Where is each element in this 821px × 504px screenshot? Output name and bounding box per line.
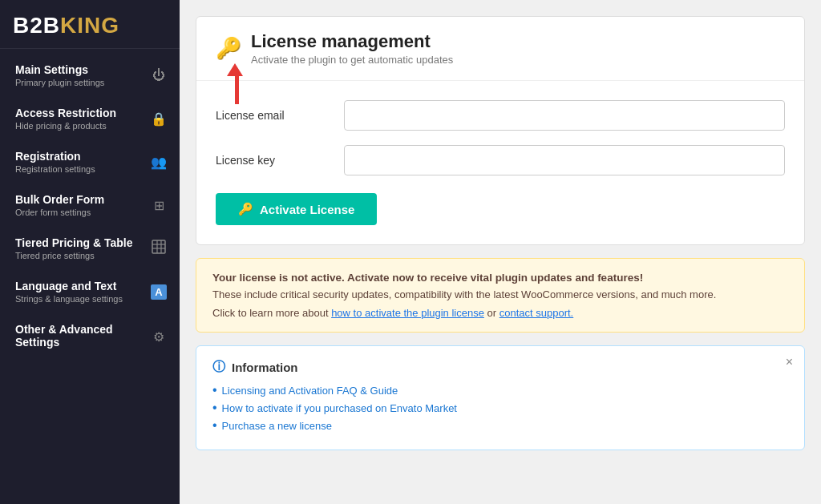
text-icon: A bbox=[151, 284, 167, 300]
sidebar-item-other-title: Other & Advanced Settings bbox=[15, 323, 151, 349]
sidebar-item-other-advanced[interactable]: Other & Advanced Settings ⚙ bbox=[0, 313, 180, 360]
envato-link[interactable]: How to activate if you purchased on Enva… bbox=[222, 402, 457, 414]
sidebar-item-language[interactable]: Language and Text Strings & language set… bbox=[0, 270, 180, 313]
warning-link-prefix: Click to learn more about bbox=[212, 307, 329, 319]
license-key-label: License key bbox=[216, 154, 344, 167]
lock-icon: 🔒 bbox=[151, 111, 167, 127]
license-key-group: License key bbox=[216, 145, 785, 175]
logo-b2b: B2B bbox=[13, 13, 60, 38]
license-key-input[interactable] bbox=[344, 145, 785, 175]
info-box-close-button[interactable]: × bbox=[786, 356, 793, 369]
sidebar-nav: Main Settings Primary plugin settings ⏻ … bbox=[0, 49, 180, 504]
sidebar-item-main-settings-title: Main Settings bbox=[15, 63, 151, 76]
sidebar: B2BKING Main Settings Primary plugin set… bbox=[0, 0, 180, 504]
sidebar-item-tiered-title: Tiered Pricing & Table bbox=[15, 236, 151, 249]
sidebar-item-registration-title: Registration bbox=[15, 150, 151, 163]
warning-links: Click to learn more about how to activat… bbox=[212, 307, 788, 319]
sidebar-item-language-sub: Strings & language settings bbox=[15, 294, 151, 304]
card-body: License email License key 🔑 Activate Lic… bbox=[196, 81, 804, 244]
activate-license-button[interactable]: 🔑 Activate License bbox=[216, 193, 377, 225]
sidebar-item-bulk-sub: Order form settings bbox=[15, 208, 151, 217]
info-list-item: Purchase a new license bbox=[212, 419, 788, 432]
arrow-head bbox=[227, 63, 243, 76]
license-email-label: License email bbox=[216, 109, 344, 122]
license-management-card: 🔑 License management Activate the plugin… bbox=[196, 16, 805, 245]
logo-text: B2BKING bbox=[13, 14, 119, 37]
grid-icon: ⊞ bbox=[151, 198, 167, 213]
info-box-header: ⓘ Information bbox=[212, 359, 788, 376]
main-content: 🔑 License management Activate the plugin… bbox=[180, 0, 821, 504]
sidebar-item-tiered-sub: Tiered price settings bbox=[15, 251, 151, 260]
sidebar-item-access-restriction[interactable]: Access Restriction Hide pricing & produc… bbox=[0, 97, 180, 140]
activate-button-label: Activate License bbox=[260, 203, 354, 216]
logo-king: KING bbox=[60, 13, 119, 38]
info-box-title: Information bbox=[232, 361, 298, 374]
power-icon: ⏻ bbox=[151, 68, 167, 83]
warning-link2-prefix: or bbox=[487, 307, 499, 319]
info-box-list: Licensing and Activation FAQ & Guide How… bbox=[212, 384, 788, 432]
logo: B2BKING bbox=[0, 0, 180, 49]
card-header: 🔑 License management Activate the plugin… bbox=[196, 17, 804, 81]
sidebar-item-main-settings-sub: Primary plugin settings bbox=[15, 78, 151, 87]
info-circle-icon: ⓘ bbox=[212, 359, 225, 376]
warning-body: These include critical security updates,… bbox=[212, 288, 788, 300]
sidebar-item-access-sub: Hide pricing & products bbox=[15, 121, 151, 131]
contact-support-link[interactable]: contact support. bbox=[499, 307, 574, 319]
gear-icon: ⚙ bbox=[151, 329, 167, 345]
key-icon: 🔑 bbox=[216, 36, 241, 61]
sidebar-item-bulk-order[interactable]: Bulk Order Form Order form settings ⊞ bbox=[0, 183, 180, 227]
sidebar-item-registration-sub: Registration settings bbox=[15, 164, 151, 174]
faq-guide-link[interactable]: Licensing and Activation FAQ & Guide bbox=[222, 385, 398, 397]
card-subtitle: Activate the plugin to get automatic upd… bbox=[251, 54, 453, 66]
sidebar-item-access-title: Access Restriction bbox=[15, 107, 151, 119]
info-box: ⓘ Information × Licensing and Activation… bbox=[196, 345, 805, 450]
activate-license-link[interactable]: how to activate the plugin license bbox=[331, 307, 484, 319]
svg-rect-0 bbox=[152, 240, 165, 253]
sidebar-item-language-title: Language and Text bbox=[15, 280, 151, 292]
card-title: License management bbox=[251, 31, 453, 52]
users-icon: 👥 bbox=[151, 155, 167, 170]
sidebar-item-main-settings[interactable]: Main Settings Primary plugin settings ⏻ bbox=[0, 54, 180, 97]
table-icon bbox=[151, 240, 167, 257]
sidebar-item-registration[interactable]: Registration Registration settings 👥 bbox=[0, 140, 180, 183]
license-email-group: License email bbox=[216, 100, 785, 131]
purchase-license-link[interactable]: Purchase a new license bbox=[222, 420, 332, 432]
warning-box: Your license is not active. Activate now… bbox=[196, 258, 805, 333]
warning-title: Your license is not active. Activate now… bbox=[212, 272, 788, 284]
info-list-item: Licensing and Activation FAQ & Guide bbox=[212, 384, 788, 397]
sidebar-item-tiered-pricing[interactable]: Tiered Pricing & Table Tiered price sett… bbox=[0, 227, 180, 270]
key-button-icon: 🔑 bbox=[238, 202, 253, 216]
license-email-input[interactable] bbox=[344, 100, 785, 131]
sidebar-item-bulk-title: Bulk Order Form bbox=[15, 193, 151, 206]
arrow-shaft bbox=[235, 76, 239, 104]
info-list-item: How to activate if you purchased on Enva… bbox=[212, 401, 788, 414]
